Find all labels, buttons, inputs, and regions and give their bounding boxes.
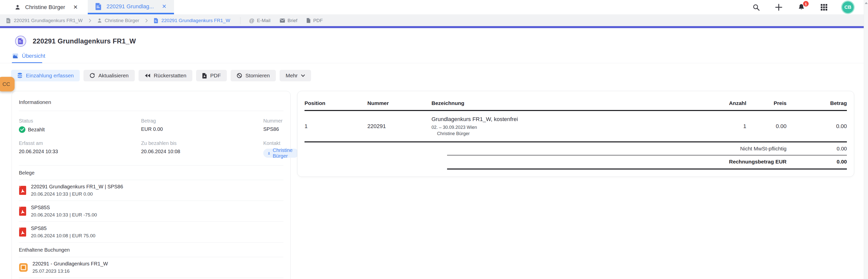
pdf-action[interactable]: PDF xyxy=(307,18,323,23)
summary-total-value: 0.00 xyxy=(786,159,847,165)
status-value: Bezahlt xyxy=(28,127,45,133)
breadcrumb-item-contact[interactable]: Christine Bürger xyxy=(97,18,139,23)
button-label: PDF xyxy=(210,73,221,79)
cell-betrag: 0.00 xyxy=(786,110,847,142)
refresh-icon xyxy=(90,73,95,78)
buchung-title: 220291 - Grundlagenkurs FR1_W xyxy=(32,261,108,267)
aktualisieren-button[interactable]: Aktualisieren xyxy=(84,70,134,81)
kontakt-chip-label: Christine Bürger xyxy=(273,147,294,159)
beleg-item[interactable]: 220291 Grundlagenkurs FR1_W | SPS86 20.0… xyxy=(19,180,283,201)
pdf-file-icon xyxy=(19,227,26,237)
field-label: Status xyxy=(19,118,141,124)
action-toolbar: Einzahlung erfassen Aktualisieren Rücker… xyxy=(11,70,864,81)
check-icon xyxy=(19,126,25,133)
button-label: Mehr xyxy=(286,73,298,79)
beleg-subtitle: 20.06.2024 10:33 | EUR -75.00 xyxy=(31,212,97,218)
beleg-item[interactable]: SPS85S 20.06.2024 10:33 | EUR -75.00 xyxy=(19,201,283,222)
scroll-up-arrow-icon[interactable] xyxy=(865,2,868,4)
field-label: Betrag xyxy=(141,118,263,124)
field-label: Kontakt xyxy=(263,140,299,146)
ban-icon xyxy=(237,73,242,78)
breadcrumb-item-current[interactable]: 220291 Grundlagenkurs FR1_W xyxy=(154,18,230,23)
notification-count-badge: 1 xyxy=(803,0,809,7)
bezeichnung-dates: 02. – 30.09.2023 Wien xyxy=(432,125,701,130)
at-icon: @ xyxy=(249,18,254,24)
pdf-file-icon xyxy=(19,206,26,216)
einzahlung-erfassen-button[interactable]: Einzahlung erfassen xyxy=(11,70,80,81)
rewind-icon xyxy=(145,73,151,78)
field-kontakt: Kontakt Christine Bürger xyxy=(263,140,299,158)
letter-action-label: Brief xyxy=(288,18,298,23)
document-icon xyxy=(6,18,11,23)
header-preis: Preis xyxy=(746,96,786,110)
stornieren-button[interactable]: Stornieren xyxy=(230,70,276,81)
kontakt-chip[interactable]: Christine Bürger xyxy=(263,149,299,158)
nummer-value: SPS86 xyxy=(263,126,299,132)
tab-uebersicht[interactable]: Übersicht xyxy=(12,53,45,59)
erfasst-am-value: 20.06.2024 10:33 xyxy=(19,149,141,154)
breadcrumb: 220291 Grundlagenkurs FR1_W Christine Bü… xyxy=(0,15,864,26)
email-action-label: E-Mail xyxy=(257,18,271,23)
main-content: 220291 Grundlagenkurs FR1_W Übersicht Ei… xyxy=(0,28,864,279)
document-icon xyxy=(95,3,102,10)
button-label: Aktualisieren xyxy=(98,73,128,79)
betrag-value: EUR 0.00 xyxy=(141,126,263,132)
accent-divider xyxy=(0,26,864,28)
field-label: Erfasst am xyxy=(19,140,141,146)
pdf-button[interactable]: PDF xyxy=(196,70,227,81)
beleg-item[interactable]: SPS85 20.06.2024 10:08 | EUR 75.00 xyxy=(19,222,283,243)
letter-action[interactable]: Brief xyxy=(280,18,298,23)
close-icon[interactable]: ✕ xyxy=(73,4,78,10)
summary-row-total: Rechnungsbetrag EUR 0.00 xyxy=(447,155,847,168)
button-label: Einzahlung erfassen xyxy=(26,73,74,79)
close-icon[interactable]: ✕ xyxy=(162,3,166,10)
field-zu-bezahlen-bis: Zu bezahlen bis 20.06.2024 10:08 xyxy=(141,140,263,158)
person-icon xyxy=(268,151,270,155)
field-label: Zu bezahlen bis xyxy=(141,140,263,146)
table-row: 1 220291 Grundlagenkurs FR1_W, kostenfre… xyxy=(305,110,847,142)
pdf-icon xyxy=(307,18,311,23)
window-tab-course[interactable]: 220291 Grundlag... ✕ xyxy=(88,0,174,14)
document-icon xyxy=(154,18,158,23)
breadcrumb-label: 220291 Grundlagenkurs FR1_W xyxy=(14,18,83,23)
user-avatar[interactable]: CB xyxy=(842,1,854,13)
invoice-document-icon xyxy=(15,36,26,47)
breadcrumb-item-course[interactable]: 220291 Grundlagenkurs FR1_W xyxy=(6,18,83,23)
beleg-subtitle: 20.06.2024 10:33 | EUR 0.00 xyxy=(31,191,123,197)
card-title: Informationen xyxy=(19,99,283,105)
apps-grid-icon[interactable] xyxy=(819,3,829,12)
cell-preis: 0.00 xyxy=(746,110,786,142)
view-tab-bar: Übersicht xyxy=(0,53,864,63)
person-icon xyxy=(97,18,102,23)
cc-side-badge[interactable]: CC xyxy=(0,77,14,92)
app-window: Christine Bürger ✕ 220291 Grundlag... ✕ … xyxy=(0,0,868,279)
email-action[interactable]: @ E-Mail xyxy=(249,18,270,24)
cell-position: 1 xyxy=(305,110,367,142)
page-header: 220291 Grundlagenkurs FR1_W xyxy=(15,36,864,47)
pdf-file-icon xyxy=(19,185,26,195)
breadcrumb-label: 220291 Grundlagenkurs FR1_W xyxy=(161,18,230,23)
search-icon[interactable] xyxy=(751,3,761,12)
buchung-item[interactable]: 220291 - Grundlagenkurs FR1_W 25.07.2023… xyxy=(19,257,283,278)
informationen-card: Informationen Status Bezahlt Betrag xyxy=(11,91,291,279)
cards-row: Informationen Status Bezahlt Betrag xyxy=(11,91,864,279)
window-tab-label: Christine Bürger xyxy=(25,4,65,10)
cell-anzahl: 1 xyxy=(701,110,746,142)
rueckerstatten-button[interactable]: Rückerstatten xyxy=(138,70,193,81)
page-title: 220291 Grundlagenkurs FR1_W xyxy=(33,37,136,45)
tab-label: Übersicht xyxy=(22,53,45,59)
button-label: Rückerstatten xyxy=(154,73,187,79)
envelope-icon xyxy=(280,18,285,23)
person-icon xyxy=(14,4,21,10)
cell-nummer: 220291 xyxy=(367,110,432,142)
vertical-scrollbar[interactable] xyxy=(864,0,868,279)
notifications-bell-icon[interactable]: 1 xyxy=(797,3,806,12)
bezeichnung-title: Grundlagenkurs FR1_W, kostenfrei xyxy=(432,116,701,123)
add-icon[interactable] xyxy=(774,3,783,12)
button-label: Stornieren xyxy=(245,73,270,79)
chevron-down-icon xyxy=(301,74,305,77)
header-betrag: Betrag xyxy=(786,96,847,110)
header-position: Position xyxy=(305,96,367,110)
mehr-button[interactable]: Mehr xyxy=(280,70,311,81)
window-tab-contact[interactable]: Christine Bürger ✕ xyxy=(7,0,85,14)
